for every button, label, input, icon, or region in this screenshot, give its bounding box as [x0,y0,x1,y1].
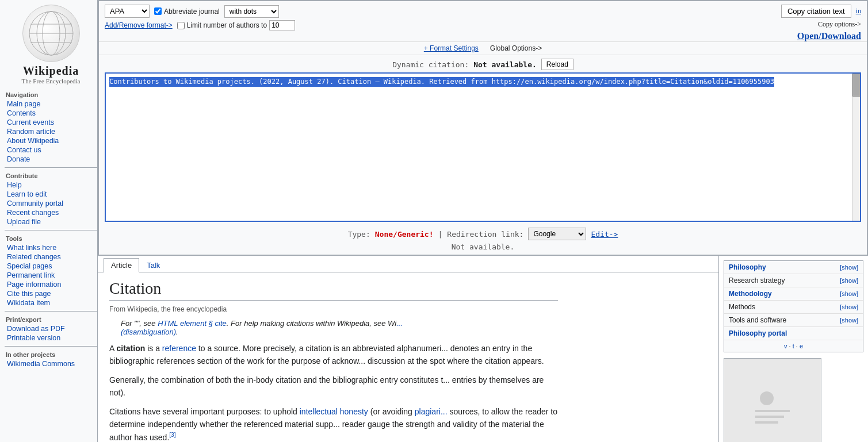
sidebar-current-events[interactable]: Current events [5,118,97,127]
navbox-tools-show[interactable]: [show] [840,317,858,324]
para1-bold: citation [116,344,145,353]
abbreviate-text: Abbreviate journal [164,7,220,16]
article-tabs: Article Talk [98,258,718,272]
add-remove-format-link[interactable]: Add/Remove format-> [105,21,173,29]
sidebar-permanent-link[interactable]: Permanent link [5,271,97,280]
navbox-philosophy-link[interactable]: Philosophy [729,263,766,271]
sidebar-related-changes[interactable]: Related changes [5,252,97,262]
dynamic-citation-status: Not available. [473,60,537,69]
sidebar-divider-1 [5,167,97,168]
navbox-footer-portal-link[interactable]: Philosophy portal [729,329,787,337]
open-download-link[interactable]: Open/Download [797,31,861,41]
sidebar-special-pages[interactable]: Special pages [5,262,97,271]
reload-button[interactable]: Reload [541,59,573,70]
copy-row: Copy citation text in [781,5,861,18]
sidebar-recent-changes[interactable]: Recent changes [5,208,97,217]
copy-options-link[interactable]: Copy options-> [818,20,861,29]
redirection-label: Redirection link: [447,230,523,239]
para3-link2[interactable]: plagiari... [415,407,448,416]
navbox-row-philosophy: Philosophy [show] [724,261,863,274]
hatnote-link3[interactable]: (disambiguation) [121,328,176,336]
type-separator: | [438,230,443,239]
format-settings-button[interactable]: + Format Settings [424,44,479,52]
sidebar-divider-2 [5,230,97,230]
author-count-input[interactable] [269,20,295,30]
in-link[interactable]: in [856,7,861,16]
citation-scrollbar[interactable] [852,74,860,221]
navbox-footer: v · t · e [724,340,863,352]
citation-style-select[interactable]: APA MLA Chicago Harvard [105,5,150,18]
para1-ref-link[interactable]: reference [162,344,196,353]
hatnote-link2[interactable]: ... [396,319,403,328]
article-column: Article Talk Citation From Wikipedia, th… [98,256,718,442]
sidebar-wikimedia-commons[interactable]: Wikimedia Commons [5,359,97,368]
sidebar-cite-this-page[interactable]: Cite this page [5,289,97,298]
global-options-button[interactable]: Global Options-> [490,44,542,52]
navbox-row-research: Research strategy [show] [724,274,863,287]
logo-globe [22,5,80,62]
right-panel: Philosophy [show] Research strategy [sho… [718,256,868,442]
sidebar-random-article[interactable]: Random article [5,127,97,136]
navbox-methodology-link[interactable]: Methodology [729,290,772,298]
hatnote-link1[interactable]: HTML element § cite [158,319,227,328]
article-from: From Wikipedia, the free encyclopedia [109,305,558,313]
sidebar-download-pdf[interactable]: Download as PDF [5,324,97,333]
article-image-svg [750,384,796,430]
abbreviate-label[interactable]: Abbreviate journal [154,7,220,16]
copy-citation-button[interactable]: Copy citation text [781,5,851,18]
contribute-label: Contribute [6,172,97,179]
navbox: Philosophy [show] Research strategy [sho… [724,260,863,352]
navbox-v-link[interactable]: v [784,343,787,349]
sidebar-contact-us[interactable]: Contact us [5,145,97,155]
para3: Citations have several important purpose… [109,405,558,442]
sidebar-divider-3 [5,311,97,312]
citation-scrollbar-thumb [852,74,861,97]
article-title: Citation [109,279,558,301]
navbox-row-tools: Tools and software [show] [724,314,863,327]
sidebar-about-wikipedia[interactable]: About Wikipedia [5,136,97,145]
dots-select[interactable]: with dots without dots [224,5,279,18]
navbox-methodology-show[interactable]: [show] [840,290,858,297]
tab-article[interactable]: Article [104,258,139,272]
navbox-row-footer: Philosophy portal [724,327,863,340]
sidebar-upload-file[interactable]: Upload file [5,217,97,226]
sidebar-main-page[interactable]: Main page [5,99,97,109]
citation-panel: APA MLA Chicago Harvard Abbreviate journ… [98,0,868,256]
navbox-philosophy-show[interactable]: [show] [840,264,858,271]
type-value: None/Generic! [375,230,434,239]
sidebar-learn-to-edit[interactable]: Learn to edit [5,190,97,199]
tools-label: Tools [6,235,97,242]
citation-row1: APA MLA Chicago Harvard Abbreviate journ… [105,5,295,18]
print-label: Print/export [6,316,97,323]
main-area: APA MLA Chicago Harvard Abbreviate journ… [98,0,868,442]
sidebar-what-links-here[interactable]: What links here [5,243,97,252]
sidebar-donate[interactable]: Donate [5,155,97,164]
limit-authors-checkbox[interactable] [177,22,185,29]
navbox-e-link[interactable]: e [800,343,803,349]
navbox-methods-show[interactable]: [show] [840,303,858,310]
sidebar-contents[interactable]: Contents [5,109,97,118]
sidebar-printable-version[interactable]: Printable version [5,333,97,343]
article-image [724,358,821,442]
abbreviate-checkbox[interactable] [154,7,162,15]
citation-row2: Add/Remove format-> Limit number of auth… [105,20,295,30]
sidebar-help[interactable]: Help [5,180,97,190]
para3-link1[interactable]: intellectual honesty [300,407,368,416]
citation-textbox[interactable]: <span class="selected-text">Contributors… [106,74,860,221]
content-area: Article Talk Citation From Wikipedia, th… [98,256,868,442]
logo-subtitle: The Free Encyclopedia [21,78,80,84]
svg-rect-10 [755,421,778,424]
sidebar-wikidata-item[interactable]: Wikidata item [5,298,97,308]
logo-title: Wikipedia [23,64,79,78]
logo: Wikipedia The Free Encyclopedia [5,5,97,84]
navbox-t-link[interactable]: t [793,343,794,349]
tab-talk[interactable]: Talk [139,258,167,272]
sidebar-community-portal[interactable]: Community portal [5,199,97,208]
redirect-select[interactable]: Google Bing DuckDuckGo [528,228,586,240]
sidebar-page-information[interactable]: Page information [5,280,97,289]
navbox-research-label: Research strategy [729,276,785,285]
navbox-research-show[interactable]: [show] [840,277,858,284]
edit-link[interactable]: Edit-> [591,230,618,239]
type-row: Type: None/Generic! | Redirection link: … [99,225,867,243]
limit-authors-label: Limit number of authors to [177,20,295,30]
